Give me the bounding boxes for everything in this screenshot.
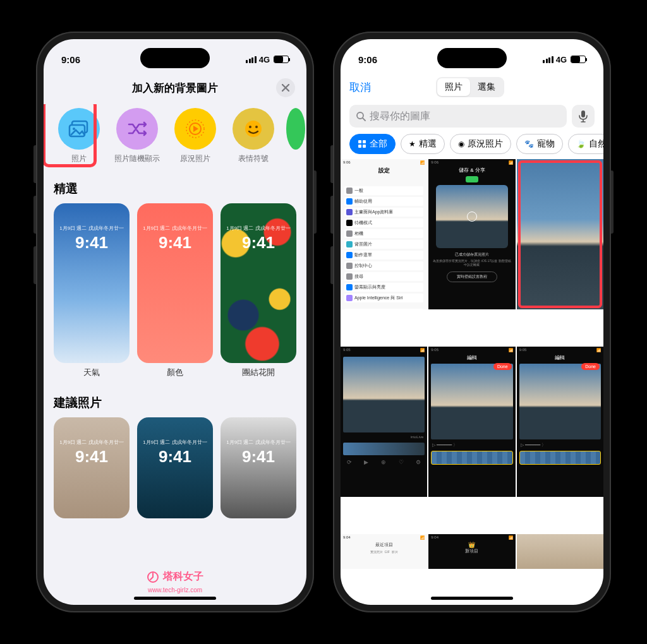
wallpaper-unity[interactable]: 1月9日 週二 戊戌年冬月廿一 9:41 [221, 203, 296, 363]
section-title-featured: 精選 [54, 181, 296, 197]
filter-nature[interactable]: 🍃 自然 [568, 134, 603, 154]
photo-cell-settings[interactable]: 9:06📶 設定 一般 輔助使用 主畫面與App資料庫 待機模式 相機 背景圖片… [341, 159, 427, 309]
svg-rect-15 [363, 145, 366, 148]
photo-cell-recents[interactable]: 9:04📶 最近項目 實況照片 GIF 影片 [341, 534, 427, 569]
search-icon [356, 111, 366, 121]
svg-rect-11 [581, 110, 585, 117]
svg-rect-12 [358, 140, 361, 143]
photo-cell-newitem[interactable]: 9:04📶 👑 新項目 [428, 534, 515, 569]
section-suggested: 建議照片 1月9日 週二 戊戌年冬月廿一 9:41 1月9日 週二 戊戌年冬月廿… [44, 383, 306, 523]
filter-pets[interactable]: 🐾 寵物 [516, 134, 563, 154]
category-photos[interactable]: 照片 [54, 108, 104, 164]
live-photo-icon [174, 108, 216, 150]
category-more[interactable] [286, 108, 305, 164]
segment-photos[interactable]: 照片 [437, 78, 470, 96]
svg-point-2 [73, 128, 75, 130]
wallpaper-color[interactable]: 1月9日 週二 戊戌年冬月廿一 9:41 [137, 203, 213, 363]
photo-grid: 9:06📶 設定 一般 輔助使用 主畫面與App資料庫 待機模式 相機 背景圖片… [341, 159, 603, 605]
svg-point-5 [245, 121, 262, 137]
watermark-url: www.tech-girlz.com [148, 587, 202, 593]
svg-point-6 [249, 126, 251, 128]
dynamic-island [140, 48, 210, 68]
leaf-icon: 🍃 [576, 140, 586, 148]
mic-button[interactable] [572, 105, 595, 128]
photo-cell-edit-2[interactable]: 9:05📶 編輯 Done ▷ ━━━━━━ 〉 [428, 347, 515, 497]
emoji-icon [233, 108, 274, 150]
wallpaper-suggested-2[interactable]: 1月9日 週二 戊戌年冬月廿一 9:41 [137, 417, 213, 518]
dynamic-island [437, 48, 507, 68]
category-live[interactable]: 原況照片 [170, 108, 221, 164]
star-icon: ★ [409, 140, 416, 148]
category-shuffle[interactable]: 照片隨機顯示 [112, 108, 162, 164]
wallpaper-suggested-3[interactable]: 1月9日 週二 戊戌年冬月廿一 9:41 [221, 417, 296, 518]
network-label: 4G [259, 55, 270, 64]
status-time: 9:06 [358, 54, 377, 65]
status-time: 9:06 [61, 54, 80, 65]
svg-point-7 [255, 126, 258, 128]
home-indicator[interactable] [134, 597, 216, 600]
network-label: 4G [556, 55, 567, 64]
search-row: 搜尋你的圖庫 [341, 101, 603, 134]
segment-collections[interactable]: 選集 [470, 78, 503, 96]
phone-left: 9:06 4G 加入新的背景圖片 照片 [36, 32, 314, 612]
shuffle-icon [116, 108, 158, 150]
battery-icon [274, 56, 289, 63]
watermark: 塔科女子 [147, 570, 203, 583]
watermark-icon [147, 571, 159, 583]
category-row: 照片 照片隨機顯示 原況照片 表情符號 [44, 104, 306, 169]
screen-right: 9:06 4G 取消 照片 選集 搜尋你的圖庫 [341, 39, 603, 605]
segmented-control: 照片 選集 [436, 77, 504, 97]
battery-icon [571, 56, 586, 63]
search-input[interactable]: 搜尋你的圖庫 [349, 105, 567, 128]
category-emoji[interactable]: 表情符號 [228, 108, 279, 164]
cancel-button[interactable]: 取消 [349, 80, 371, 95]
signal-icon [543, 56, 553, 63]
sheet-title: 加入新的背景圖片 [132, 81, 218, 95]
picker-header: 取消 照片 選集 [341, 73, 603, 101]
home-indicator[interactable] [431, 597, 513, 600]
photo-cell-room[interactable] [517, 534, 603, 569]
target-icon [467, 212, 477, 222]
signal-icon [246, 56, 257, 63]
phone-right: 9:06 4G 取消 照片 選集 搜尋你的圖庫 [333, 32, 611, 612]
wallpaper-suggested-1[interactable]: 1月9日 週二 戊戌年冬月廿一 9:41 [54, 417, 130, 518]
svg-line-10 [363, 118, 365, 121]
section-featured: 精選 1月9日 週二 戊戌年冬月廿一 9:41 天氣 1月9日 週二 戊戌年冬月… [44, 169, 306, 383]
photos-icon [58, 108, 100, 150]
paw-icon: 🐾 [524, 140, 534, 148]
target-icon: ◉ [458, 140, 464, 148]
wallpaper-weather[interactable]: 1月9日 週二 戊戌年冬月廿一 9:41 [54, 203, 130, 363]
mic-icon [579, 110, 588, 122]
screen-left: 9:06 4G 加入新的背景圖片 照片 [44, 39, 306, 605]
sheet-header: 加入新的背景圖片 [44, 73, 306, 104]
close-icon [282, 84, 289, 92]
photo-cell-sky-highlighted[interactable] [517, 159, 603, 309]
highlight-selected-photo [518, 160, 602, 308]
filter-featured[interactable]: ★ 精選 [401, 134, 445, 154]
filter-all[interactable]: 全部 [349, 134, 396, 154]
filter-pills: 全部 ★ 精選 ◉ 原況照片 🐾 寵物 🍃 自然 [341, 134, 603, 159]
svg-rect-13 [363, 140, 366, 143]
settings-list: 一般 輔助使用 主畫面與App資料庫 待機模式 相機 背景圖片 動作選單 控制中… [341, 175, 427, 309]
grid-icon [358, 140, 366, 148]
filter-live[interactable]: ◉ 原況照片 [450, 134, 511, 154]
close-button[interactable] [276, 78, 295, 97]
section-title-suggested: 建議照片 [54, 395, 296, 411]
svg-rect-14 [358, 145, 361, 148]
photo-cell-edit-1[interactable]: 9:05📶 intoLive ⟳▶⊕♡⚙ [341, 347, 427, 497]
photo-cell-edit-3[interactable]: 9:05📶 編輯 Done ▷ ━━━━━━ 〉 [517, 347, 603, 497]
photo-cell-saveshare[interactable]: 9:06📶 儲存 & 分享 已成功儲存原況照片 為直接儲存所有實況照片，玩請您 … [428, 159, 515, 309]
